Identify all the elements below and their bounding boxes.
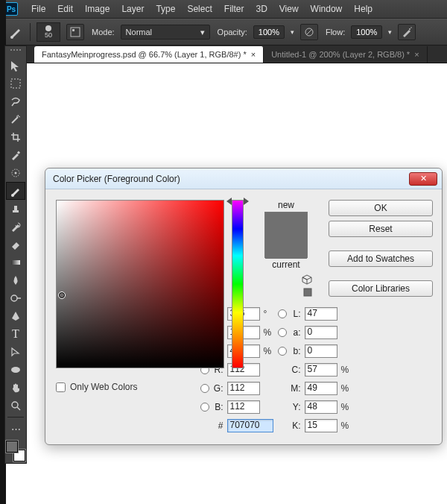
brush-tool-icon[interactable] [6, 182, 25, 200]
radio-l[interactable] [278, 309, 287, 318]
brush-panel-toggle-icon[interactable] [66, 24, 84, 40]
document-tabs: FantasyMeinprogress.psd @ 66.7% (Layer 1… [0, 45, 447, 63]
add-swatches-button[interactable]: Add to Swatches [329, 251, 433, 267]
svg-point-4 [409, 28, 410, 30]
menu-image[interactable]: Image [79, 4, 115, 14]
menu-help[interactable]: Help [348, 4, 378, 14]
close-button[interactable]: ✕ [409, 172, 437, 186]
chevron-down-icon[interactable]: ▾ [388, 28, 392, 36]
hue-slider[interactable] [232, 200, 244, 368]
radio-bl[interactable] [278, 347, 287, 356]
shape-tool-icon[interactable] [6, 361, 25, 379]
input-hex[interactable]: 707070 [227, 419, 273, 432]
label-c: C: [291, 365, 302, 375]
chevron-down-icon: ▾ [200, 28, 205, 37]
opacity-input[interactable]: 100% [253, 25, 285, 39]
color-preview[interactable] [264, 212, 308, 258]
fg-swatch[interactable] [6, 441, 18, 453]
svg-rect-17 [304, 289, 311, 296]
menu-file[interactable]: File [25, 4, 51, 14]
hand-tool-icon[interactable] [6, 379, 25, 397]
menu-type[interactable]: Type [150, 4, 181, 14]
svg-rect-12 [14, 206, 17, 210]
eyedropper-tool-icon[interactable] [6, 146, 25, 164]
label-bl: b: [291, 346, 302, 356]
svg-point-9 [15, 172, 17, 174]
label-bc: B: [213, 402, 225, 412]
reset-button[interactable]: Reset [329, 221, 433, 237]
ok-button[interactable]: OK [329, 200, 433, 216]
svg-rect-2 [72, 29, 74, 31]
gradient-tool-icon[interactable] [6, 253, 25, 271]
toolbox: T ⋯ [4, 45, 27, 464]
menu-select[interactable]: Select [181, 4, 218, 14]
dodge-tool-icon[interactable] [6, 289, 25, 307]
menu-edit[interactable]: Edit [51, 4, 79, 14]
blur-tool-icon[interactable] [6, 271, 25, 289]
brush-size-picker[interactable]: 50 [37, 22, 60, 42]
svg-rect-7 [17, 151, 20, 154]
menu-view[interactable]: View [273, 4, 305, 14]
label-hash: # [213, 420, 225, 431]
color-libraries-button[interactable]: Color Libraries [329, 280, 433, 297]
menu-layer[interactable]: Layer [115, 4, 150, 14]
brush-icon[interactable] [7, 24, 24, 40]
crop-tool-icon[interactable] [6, 128, 25, 146]
close-icon[interactable]: × [414, 50, 419, 59]
dialog-titlebar[interactable]: Color Picker (Foreground Color) ✕ [45, 168, 442, 189]
mode-label: Mode: [92, 28, 115, 37]
radio-bc[interactable] [200, 403, 209, 412]
svg-rect-13 [11, 260, 20, 265]
current-label: current [272, 259, 299, 270]
options-bar: 50 Mode: Normal ▾ Opacity: 100% ▾ Flow: … [0, 19, 447, 45]
menu-window[interactable]: Window [305, 4, 349, 14]
cube-icon[interactable] [302, 274, 312, 285]
radio-g[interactable] [200, 384, 209, 393]
svg-point-10 [11, 194, 14, 197]
input-bc[interactable]: 112 [227, 400, 260, 414]
input-g[interactable]: 112 [227, 382, 260, 395]
svg-rect-6 [11, 79, 20, 88]
label-a: a: [291, 327, 302, 338]
marquee-tool-icon[interactable] [6, 75, 25, 92]
web-colors-checkbox[interactable]: Only Web Colors [56, 382, 224, 392]
menu-filter[interactable]: Filter [218, 4, 250, 14]
zoom-tool-icon[interactable] [6, 397, 25, 415]
flow-input[interactable]: 100% [351, 25, 382, 39]
lasso-tool-icon[interactable] [6, 92, 25, 110]
pen-tool-icon[interactable] [6, 307, 25, 325]
color-field[interactable] [56, 200, 224, 368]
eraser-tool-icon[interactable] [6, 236, 25, 253]
blend-mode-select[interactable]: Normal ▾ [121, 25, 210, 40]
path-select-icon[interactable] [6, 343, 25, 361]
picker-cursor-icon[interactable] [58, 292, 66, 299]
type-tool-icon[interactable]: T [6, 325, 25, 343]
tab-active[interactable]: FantasyMeinprogress.psd @ 66.7% (Layer 1… [34, 46, 264, 63]
tab-inactive[interactable]: Untitled-1 @ 200% (Layer 2, RGB/8) *× [264, 46, 427, 63]
pressure-opacity-icon[interactable] [300, 24, 318, 40]
history-brush-icon[interactable] [6, 218, 25, 236]
svg-point-0 [10, 36, 13, 39]
close-icon[interactable]: × [251, 50, 256, 59]
chevron-down-icon[interactable]: ▾ [291, 28, 294, 36]
color-picker-dialog: Color Picker (Foreground Color) ✕ Only W… [45, 168, 443, 445]
panel-grip[interactable] [7, 49, 25, 54]
label-m: M: [291, 383, 302, 394]
menu-3d[interactable]: 3D [250, 4, 273, 14]
move-tool-icon[interactable] [6, 57, 25, 75]
radio-a[interactable] [278, 328, 287, 337]
svg-point-16 [12, 402, 18, 408]
svg-point-5 [410, 27, 412, 28]
stamp-tool-icon[interactable] [6, 200, 25, 218]
healing-tool-icon[interactable] [6, 164, 25, 182]
swatch-icon[interactable] [303, 288, 312, 297]
airbrush-icon[interactable] [398, 24, 416, 40]
wand-tool-icon[interactable] [6, 110, 25, 128]
svg-point-15 [11, 367, 20, 373]
flow-label: Flow: [326, 28, 345, 37]
new-label: new [278, 200, 294, 210]
color-swatches[interactable] [6, 441, 25, 462]
label-k: K: [291, 420, 302, 431]
edit-toolbar-icon[interactable]: ⋯ [6, 420, 25, 438]
svg-rect-1 [71, 28, 80, 37]
